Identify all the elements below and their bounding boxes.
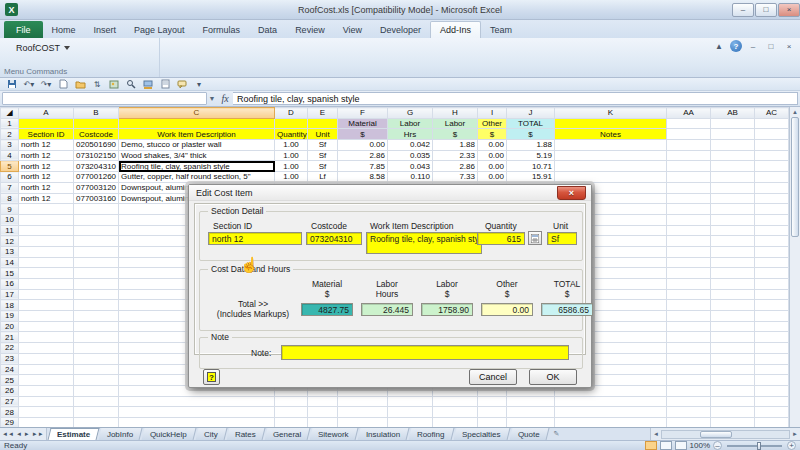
cell-A29[interactable] [19, 417, 74, 427]
cell-AB5[interactable] [711, 161, 755, 172]
row-header-4[interactable]: 4 [1, 150, 19, 161]
cell-D27[interactable] [275, 396, 308, 407]
tab-team[interactable]: Team [481, 22, 521, 38]
cell-AB2[interactable] [711, 129, 755, 140]
cell-B23[interactable] [74, 353, 119, 364]
cell-F2[interactable]: $ [338, 129, 388, 140]
cell-AC24[interactable] [755, 364, 789, 375]
cell-K5[interactable] [555, 161, 667, 172]
cell-AB12[interactable] [711, 236, 755, 247]
cell-E4[interactable]: Sf [308, 150, 338, 161]
scroll-left-icon[interactable]: ◄ [651, 431, 661, 437]
minimize-button[interactable]: – [732, 3, 754, 17]
cell-I2[interactable]: $ [478, 129, 507, 140]
cell-E1[interactable] [308, 118, 338, 129]
cell-B21[interactable] [74, 332, 119, 343]
cell-A23[interactable] [19, 353, 74, 364]
cell-AC5[interactable] [755, 161, 789, 172]
cancel-button[interactable]: Cancel [469, 369, 517, 385]
row-header-17[interactable]: 17 [1, 289, 19, 300]
cell-F3[interactable]: 0.00 [338, 140, 388, 151]
cell-AB9[interactable] [711, 204, 755, 215]
cell-AB23[interactable] [711, 353, 755, 364]
cell-B29[interactable] [74, 417, 119, 427]
cell-H4[interactable]: 2.33 [433, 150, 478, 161]
cell-AC16[interactable] [755, 279, 789, 290]
collapse-ribbon-icon[interactable]: ▲ [712, 41, 726, 52]
cell-AC12[interactable] [755, 236, 789, 247]
cell-I4[interactable]: 0.00 [478, 150, 507, 161]
tab-review[interactable]: Review [286, 22, 334, 38]
row-header-6[interactable]: 6 [1, 172, 19, 183]
cell-G4[interactable]: 0.035 [388, 150, 433, 161]
calculator-icon[interactable] [528, 231, 542, 245]
cell-AA12[interactable] [667, 236, 711, 247]
section-id-field[interactable]: north 12 [208, 232, 302, 245]
ok-button[interactable]: OK [529, 369, 577, 385]
zoom-slider[interactable] [727, 445, 782, 447]
row-header-13[interactable]: 13 [1, 246, 19, 257]
cell-AC9[interactable] [755, 204, 789, 215]
cell-C3[interactable]: Demo, stucco or plaster wall [119, 140, 275, 151]
tab-page-layout[interactable]: Page Layout [125, 22, 194, 38]
sheet-tab-estimate[interactable]: Estimate [47, 428, 99, 440]
cell-B15[interactable] [74, 268, 119, 279]
cell-AB15[interactable] [711, 268, 755, 279]
row-header-14[interactable]: 14 [1, 257, 19, 268]
cell-A28[interactable] [19, 407, 74, 418]
cell-C1[interactable] [119, 118, 275, 129]
cell-AB13[interactable] [711, 246, 755, 257]
cell-D4[interactable]: 1.00 [275, 150, 308, 161]
cell-B7[interactable]: 077003120 [74, 182, 119, 193]
row-header-7[interactable]: 7 [1, 182, 19, 193]
cell-AA13[interactable] [667, 246, 711, 257]
cell-D5[interactable]: 1.00 [275, 161, 308, 172]
note-field[interactable] [281, 345, 569, 360]
cell-A22[interactable] [19, 343, 74, 354]
cell-G6[interactable]: 0.110 [388, 172, 433, 183]
open-folder-icon[interactable] [74, 79, 86, 89]
name-box-dropdown-icon[interactable]: ▼ [207, 92, 217, 105]
close-button[interactable]: × [778, 3, 800, 17]
row-header-8[interactable]: 8 [1, 193, 19, 204]
cell-F5[interactable]: 7.85 [338, 161, 388, 172]
cell-K4[interactable] [555, 150, 667, 161]
cell-J1[interactable]: TOTAL [507, 118, 555, 129]
normal-view-icon[interactable] [645, 441, 657, 450]
cell-A20[interactable] [19, 321, 74, 332]
cell-B3[interactable]: 020501690 [74, 140, 119, 151]
roofcost-menu-button[interactable]: RoofCOST [10, 41, 76, 55]
cell-B26[interactable] [74, 385, 119, 396]
cell-J27[interactable] [507, 396, 555, 407]
cell-B16[interactable] [74, 279, 119, 290]
cell-AA26[interactable] [667, 385, 711, 396]
cell-A1[interactable] [19, 118, 74, 129]
cell-A12[interactable] [19, 236, 74, 247]
new-document-icon[interactable] [57, 79, 69, 89]
cell-AA6[interactable] [667, 172, 711, 183]
cell-AC25[interactable] [755, 375, 789, 386]
cell-B17[interactable] [74, 289, 119, 300]
cell-K29[interactable] [555, 417, 667, 427]
cell-E3[interactable]: Sf [308, 140, 338, 151]
cell-AA29[interactable] [667, 417, 711, 427]
costcode-field[interactable]: 073204310 [306, 232, 362, 245]
cell-E27[interactable] [308, 396, 338, 407]
cell-A27[interactable] [19, 396, 74, 407]
cell-B20[interactable] [74, 321, 119, 332]
cell-G2[interactable]: Hrs [388, 129, 433, 140]
cell-AC19[interactable] [755, 311, 789, 322]
first-sheet-icon[interactable]: ◄◄ [2, 431, 14, 437]
cell-AB8[interactable] [711, 193, 755, 204]
cell-AC17[interactable] [755, 289, 789, 300]
cell-AA10[interactable] [667, 214, 711, 225]
cell-AA14[interactable] [667, 257, 711, 268]
cell-AA20[interactable] [667, 321, 711, 332]
row-header-2[interactable]: 2 [1, 129, 19, 140]
cell-AA21[interactable] [667, 332, 711, 343]
cell-AC11[interactable] [755, 225, 789, 236]
cell-G5[interactable]: 0.043 [388, 161, 433, 172]
cell-C29[interactable] [119, 417, 275, 427]
cell-AA7[interactable] [667, 182, 711, 193]
sheet-nav-buttons[interactable]: ◄◄ ◄ ► ►► [0, 428, 47, 440]
